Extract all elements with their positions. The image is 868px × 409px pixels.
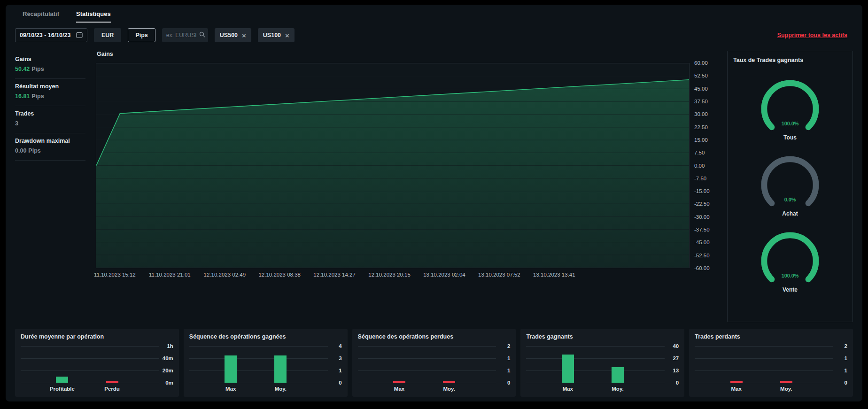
x-axis-label: 12.10.2023 20:15 [368, 272, 411, 278]
gains-plot[interactable] [96, 63, 690, 268]
panel-losing-trades: Trades perdants 2110 MaxMoy. [689, 329, 853, 397]
y-axis-label: -30.00 [694, 214, 710, 220]
x-axis-label: Max [225, 386, 236, 392]
grid-line [21, 346, 159, 347]
x-axis-label: 13.10.2023 07:52 [478, 272, 520, 278]
mini-y-axis: 4027130 [665, 346, 679, 383]
gauge-list: 100.0%Tous0.0%Achat100.0%Vente [733, 77, 847, 293]
asset-chip-label: US500 [220, 32, 238, 39]
svg-text:0.0%: 0.0% [784, 197, 796, 202]
grid-line [21, 383, 159, 383]
stat-value: 50.42Pips [15, 66, 85, 72]
y-axis-label: 40 [673, 343, 679, 349]
y-axis-label: 60.00 [694, 60, 708, 66]
tab-bar: Récapitulatif Statistiques [15, 8, 853, 23]
svg-text:100.0%: 100.0% [782, 121, 799, 126]
x-axis-label: 13.10.2023 02:04 [423, 272, 465, 278]
stat-trades: Trades3 [15, 106, 85, 133]
y-axis-label: 0 [507, 380, 510, 386]
stat-label: Trades [15, 110, 85, 117]
x-axis-label: Perdu [104, 386, 120, 392]
tab-statistiques[interactable]: Statistiques [76, 10, 111, 23]
bar-moy [274, 355, 287, 383]
svg-text:100.0%: 100.0% [782, 273, 799, 278]
grid-line [358, 370, 496, 371]
tab-recapitulatif[interactable]: Récapitulatif [23, 10, 59, 23]
grid-line [358, 358, 496, 359]
date-range-input[interactable]: 09/10/23 - 16/10/23 [15, 28, 87, 42]
bar-moy [443, 381, 455, 383]
search-icon [199, 31, 205, 39]
remove-chip-icon[interactable]: × [285, 32, 289, 39]
x-axis-label: 11.10.2023 21:01 [149, 272, 191, 278]
bar-max [730, 381, 743, 383]
stat-resultat-moyen: Résultat moyen16.81Pips [15, 79, 85, 106]
panel-title: Séquence des opérations perdues [358, 333, 511, 340]
y-axis-label: -7.50 [694, 176, 706, 181]
mini-x-axis: MaxMoy. [358, 386, 496, 393]
win-rate-panel: Taux de Trades gagnants 100.0%Tous0.0%Ac… [727, 51, 853, 322]
stat-label: Résultat moyen [15, 83, 85, 90]
y-axis-label: 1 [507, 355, 510, 361]
y-axis-label: 22.50 [694, 124, 708, 130]
panel-loss-streak: Séquence des opérations perdues 2110 Max… [352, 329, 516, 397]
y-axis-label: 1 [339, 368, 341, 373]
mini-x-axis: MaxMoy. [695, 386, 833, 393]
gauge-label: Tous [783, 134, 797, 141]
panel-winning-trades: Trades gagnants 4027130 MaxMoy. [520, 329, 684, 397]
grid-line [21, 370, 159, 371]
gains-y-axis: 60.0052.5045.0037.5030.0022.5015.007.500… [690, 63, 717, 268]
stat-unit: Pips [28, 147, 40, 154]
y-axis-label: 0.00 [694, 163, 705, 169]
gains-chart-panel: Gains 60.0052.5045.0037.5030.0022.5015.0… [96, 51, 717, 322]
bar-max [225, 355, 237, 383]
y-axis-label: 0m [165, 380, 173, 386]
y-axis-label: 0 [845, 380, 847, 386]
grid-line [695, 346, 833, 347]
x-axis-label: Moy. [275, 386, 287, 392]
unit-pips-button[interactable]: Pips [128, 28, 155, 42]
x-axis-label: 11.10.2023 15:12 [94, 272, 136, 278]
stat-value: 3 [15, 120, 85, 127]
mini-plot [695, 346, 833, 383]
chart-wrap: 60.0052.5045.0037.5030.0022.5015.007.500… [96, 63, 717, 268]
mini-plot [189, 346, 328, 383]
mini-plot [21, 346, 159, 383]
gauge-achat: 0.0%Achat [753, 153, 827, 217]
remove-chip-icon[interactable]: × [242, 32, 246, 39]
gauge-vente: 100.0%Vente [753, 229, 827, 293]
calendar-icon[interactable] [76, 31, 83, 39]
y-axis-label: -60.00 [694, 265, 710, 271]
y-axis-label: 1 [845, 355, 847, 361]
asset-chip-us100[interactable]: US100 × [258, 28, 294, 42]
grid-line [695, 358, 833, 359]
bottom-panels: Durée moyenne par opération 1h40m20m0m P… [15, 329, 853, 397]
currency-eur-button[interactable]: EUR [94, 28, 121, 42]
y-axis-label: 52.50 [694, 73, 708, 78]
grid-line [526, 358, 665, 359]
x-axis-label: 13.10.2023 13:41 [533, 272, 575, 278]
grid-line [358, 346, 496, 347]
mini-plot [526, 346, 665, 383]
x-axis-label: 12.10.2023 08:38 [258, 272, 301, 278]
y-axis-label: 20m [163, 368, 173, 373]
bar-moy [612, 367, 624, 383]
y-axis-label: 37.50 [694, 99, 708, 104]
y-axis-label: 4 [339, 343, 341, 349]
x-axis-label: Profitable [50, 386, 75, 392]
remove-all-assets-link[interactable]: Supprimer tous les actifs [777, 32, 847, 39]
grid-line [695, 383, 833, 383]
y-axis-label: 27 [673, 355, 679, 361]
symbol-search-input[interactable] [166, 32, 196, 39]
asset-chip-us500[interactable]: US500 × [215, 28, 251, 42]
stat-gains: Gains50.42Pips [15, 52, 85, 79]
chart-title: Gains [97, 51, 717, 57]
mini-x-axis: ProfitablePerdu [21, 386, 159, 393]
grid-line [189, 370, 328, 371]
x-axis-label: Moy. [443, 386, 455, 392]
grid-line [526, 383, 665, 383]
symbol-search[interactable] [162, 28, 208, 42]
statistics-page: Récapitulatif Statistiques 09/10/23 - 16… [6, 5, 862, 401]
grid-line [526, 346, 665, 347]
asset-chip-label: US100 [263, 32, 281, 39]
